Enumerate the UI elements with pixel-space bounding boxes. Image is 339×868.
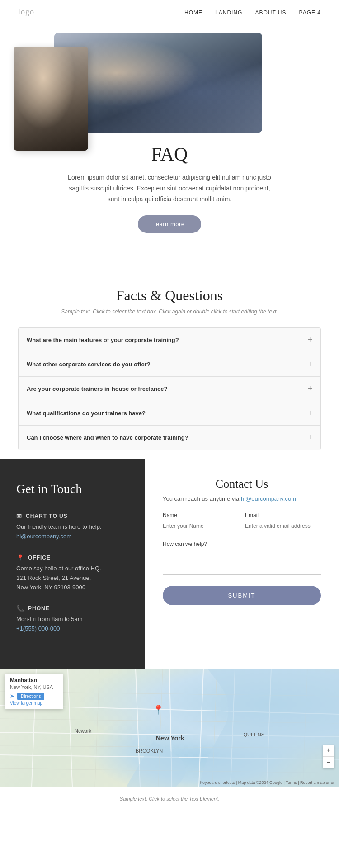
svg-line-3 xyxy=(68,669,72,787)
nav-landing[interactable]: LANDING xyxy=(215,9,242,16)
svg-line-5 xyxy=(199,669,203,787)
contact-left: Get in Touch ✉ CHART TO US Our friendly … xyxy=(0,459,145,669)
map-attribution: Keyboard shortcuts | Map data ©2024 Goog… xyxy=(200,780,334,785)
contact-office: 📍 OFFICE Come say hello at our office HQ… xyxy=(16,554,128,592)
contact-chart: ✉ CHART TO US Our friendly team is here … xyxy=(16,512,128,541)
map-popup-directions: ➤ Directions xyxy=(10,693,58,700)
contact-phone: 📞 PHONE Mon-Fri from 8am to 5am +1(555) … xyxy=(16,605,128,634)
faq-item-text: What qualifications do your trainers hav… xyxy=(27,410,146,417)
plus-icon: + xyxy=(308,335,312,345)
phone-body: Mon-Fri from 8am to 5am +1(555) 000-000 xyxy=(16,615,128,634)
plus-icon: + xyxy=(308,384,312,394)
contact-reach-email[interactable]: hi@ourcompany.com xyxy=(241,495,296,502)
hero-image-secondary xyxy=(14,47,88,151)
svg-line-14 xyxy=(95,669,99,787)
chart-email-link[interactable]: hi@ourcompany.com xyxy=(16,533,71,540)
mail-icon: ✉ xyxy=(16,512,22,520)
nav-about[interactable]: ABOUT US xyxy=(255,9,286,16)
message-textarea[interactable] xyxy=(163,548,321,575)
email-input[interactable] xyxy=(245,520,321,532)
form-name-group: Name xyxy=(163,512,239,532)
chart-body: Our friendly team is here to help. hi@ou… xyxy=(16,522,128,541)
map-zoom-controls: + − xyxy=(323,745,334,768)
get-in-touch-title: Get in Touch xyxy=(16,482,128,496)
map-section: New York BROOKLYN Newark QUEENS 📍 Manhat… xyxy=(0,669,339,787)
message-label: How can we help? xyxy=(163,541,207,547)
map-popup-address: New York, NY, USA xyxy=(10,684,58,690)
office-label: 📍 OFFICE xyxy=(16,554,128,561)
contact-us-title: Contact Us xyxy=(163,477,321,491)
faq-subtitle: Sample text. Click to select the text bo… xyxy=(18,308,321,315)
phone-number-link[interactable]: +1(555) 000-000 xyxy=(16,625,60,632)
form-name-email-row: Name Email xyxy=(163,512,321,532)
directions-button[interactable]: Directions xyxy=(17,693,44,700)
faq-item[interactable]: What other corporate services do you off… xyxy=(19,352,320,377)
navbar: logo HOME LANDING ABOUT US PAGE 4 xyxy=(0,0,339,24)
plus-icon: + xyxy=(308,408,312,418)
plus-icon: + xyxy=(308,360,312,369)
larger-map-link[interactable]: View larger map xyxy=(10,701,42,706)
contact-reach-text: You can reach us anytime via hi@ourcompa… xyxy=(163,495,321,502)
contact-right: Contact Us You can reach us anytime via … xyxy=(145,459,339,669)
zoom-in-button[interactable]: + xyxy=(323,745,334,757)
name-input[interactable] xyxy=(163,520,239,532)
faq-list: What are the main features of your corpo… xyxy=(18,327,321,450)
map-popup-title: Manhattan xyxy=(10,677,58,683)
footer-text: Sample text. Click to select the Text El… xyxy=(120,796,219,802)
faq-section: Facts & Questions Sample text. Click to … xyxy=(0,260,339,459)
hero-section: FAQ Lorem ipsum dolor sit amet, consecte… xyxy=(0,24,339,260)
faq-item-text: What other corporate services do you off… xyxy=(27,361,151,368)
faq-item[interactable]: Are your corporate trainers in-house or … xyxy=(19,377,320,401)
location-icon: 📍 xyxy=(16,554,24,561)
form-email-group: Email xyxy=(245,512,321,532)
zoom-out-button[interactable]: − xyxy=(323,757,334,768)
faq-item-text: Are your corporate trainers in-house or … xyxy=(27,385,167,392)
directions-icon: ➤ xyxy=(10,693,14,699)
map-background: New York BROOKLYN Newark QUEENS 📍 Manhat… xyxy=(0,669,339,787)
phone-label: 📞 PHONE xyxy=(16,605,128,612)
faq-item[interactable]: Can I choose where and when to have corp… xyxy=(19,426,320,450)
plus-icon: + xyxy=(308,433,312,442)
faq-item-text: Can I choose where and when to have corp… xyxy=(27,434,188,441)
faq-item[interactable]: What are the main features of your corpo… xyxy=(19,328,320,352)
map-label-brooklyn: BROOKLYN xyxy=(136,748,163,754)
office-address: 121 Rock Street, 21 Avenue,New York, NY … xyxy=(16,574,128,593)
map-popup: Manhattan New York, NY, USA ➤ Directions… xyxy=(5,674,63,709)
map-label-queens: QUEENS xyxy=(244,732,264,737)
nav-home[interactable]: HOME xyxy=(184,9,202,16)
faq-item-text: What are the main features of your corpo… xyxy=(27,337,179,343)
email-label: Email xyxy=(245,512,321,518)
nav-links: HOME LANDING ABOUT US PAGE 4 xyxy=(184,8,321,16)
logo: logo xyxy=(18,7,34,17)
map-label-new-york: New York xyxy=(156,735,184,742)
submit-button[interactable]: SUBMIT xyxy=(163,586,321,605)
nav-page4[interactable]: PAGE 4 xyxy=(299,9,321,16)
contact-section: Get in Touch ✉ CHART TO US Our friendly … xyxy=(0,459,339,669)
map-label-newark: Newark xyxy=(75,728,91,734)
learn-more-button[interactable]: learn more xyxy=(138,215,201,233)
form-message-group: How can we help? xyxy=(163,540,321,577)
map-pin-icon: 📍 xyxy=(153,704,164,715)
name-label: Name xyxy=(163,512,239,518)
faq-title: Facts & Questions xyxy=(18,287,321,304)
footer: Sample text. Click to select the Text El… xyxy=(0,787,339,810)
hero-description: Lorem ipsum dolor sit amet, consectetur … xyxy=(66,172,273,204)
faq-item[interactable]: What qualifications do your trainers hav… xyxy=(19,401,320,426)
phone-icon: 📞 xyxy=(16,605,24,612)
chart-label: ✉ CHART TO US xyxy=(16,512,128,520)
office-body: Come say hello at our office HQ. 121 Roc… xyxy=(16,564,128,592)
